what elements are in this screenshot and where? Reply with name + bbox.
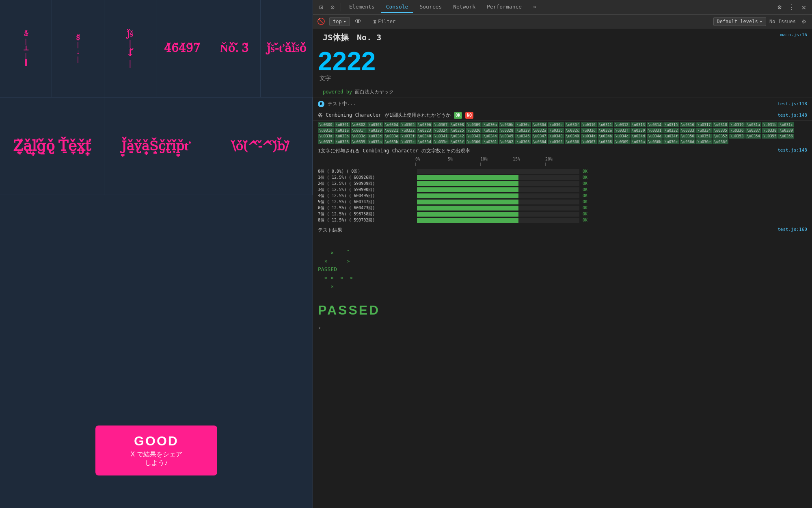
issues-settings-icon[interactable]: ⚙ <box>799 17 809 26</box>
unicode-cell: \u0359 <box>351 139 367 144</box>
unicode-cell: \u032a <box>532 128 548 133</box>
bar-ok-label: OK <box>583 175 587 180</box>
test-result-row: テスト結果 test.js:160 <box>313 225 812 235</box>
unicode-cell: \u0361 <box>482 139 498 144</box>
filter-input[interactable] <box>399 19 710 24</box>
console-entry-title: JS体操 No. 3 main.js:16 <box>313 30 812 45</box>
unicode-cell: \u0345 <box>499 134 515 139</box>
test-result-ref[interactable]: test.js:160 <box>777 227 807 234</box>
unicode-cell: \u0366 <box>565 139 581 144</box>
unicode-cell: \u0364 <box>532 139 548 144</box>
zalgo-jstaiso: ǰš-̌ťǎǐšǒ <box>267 42 306 55</box>
unicode-cell: \u0336 <box>729 128 745 133</box>
tab-network[interactable]: Network <box>448 1 480 13</box>
powered-company: 面白法人カヤック <box>355 89 394 95</box>
unicode-cell: \u0302 <box>351 122 367 127</box>
bar-fill <box>417 193 518 198</box>
clear-console-icon[interactable]: 🚫 <box>316 17 326 26</box>
eye-icon[interactable]: 👁 <box>353 17 363 26</box>
unicode-cell: \u034d <box>631 134 646 139</box>
unicode-cell: \u0325 <box>449 128 465 133</box>
combining-label: 各 Combining Character が1回以上使用されたかどうか <box>318 112 451 119</box>
tab-performance[interactable]: Performance <box>482 1 527 13</box>
unicode-cell: \u0313 <box>631 122 646 127</box>
unicode-cell: \u033d <box>367 134 383 139</box>
char-dist-header: 1文字に付与される Combining Character の文字数とその出現率… <box>313 146 812 155</box>
toolbar-separator <box>341 3 341 11</box>
passed-text: PASSED <box>318 303 807 318</box>
close-devtools-icon[interactable]: ✕ <box>799 2 809 12</box>
bar-ok-label: OK <box>583 212 587 216</box>
bar-label: 4個 ( 12.5%) ( 600495回) <box>318 193 415 199</box>
console-title: JS体操 No. 3 <box>318 32 777 43</box>
bar-label: 8個 ( 12.5%) ( 599702回) <box>318 217 415 223</box>
test-js-148-ref-2[interactable]: test.js:148 <box>777 148 807 154</box>
devtools-panel: ⊡ ⊘ Elements Console Sources Network Per… <box>313 0 812 508</box>
test-js-118-ref[interactable]: test.js:118 <box>777 101 807 107</box>
unicode-cell: \u031c <box>778 122 794 127</box>
good-button[interactable]: GOOD X で結果をシェアしよう♪ <box>95 426 217 475</box>
filter-icon: ⧗ <box>373 19 376 24</box>
unicode-cell: \u0314 <box>647 122 663 127</box>
passed-art: × ˇ × > PASSED < × × > × <box>318 240 807 300</box>
unicode-cell: \u032d <box>581 128 597 133</box>
main-js-ref[interactable]: main.js:16 <box>780 32 807 38</box>
tab-sources[interactable]: Sources <box>415 1 447 13</box>
unicode-cell: \u032e <box>598 128 613 133</box>
zalgo-number: 4̌6̌4̌9̌7̌ <box>164 42 200 55</box>
unicode-cell: \u0346 <box>515 134 531 139</box>
unicode-cell: \u035a <box>367 139 383 144</box>
unicode-cell: \u0331 <box>647 128 663 133</box>
zalgo-js: ǰš|↓̌| <box>126 29 134 68</box>
unicode-cell: \u035e <box>433 139 449 144</box>
unicode-cell: \u0339 <box>778 128 794 133</box>
chevron-down-icon: ▾ <box>343 19 346 24</box>
tab-console[interactable]: Console <box>381 1 413 13</box>
console-separator <box>368 17 368 26</box>
default-levels-label: Default levels <box>717 19 758 24</box>
unicode-cell: \u0310 <box>581 122 597 127</box>
char-dist-label: 1文字に付与される Combining Character の文字数とその出現率 <box>318 148 470 154</box>
unicode-cell: \u0308 <box>449 122 465 127</box>
default-levels-dropdown[interactable]: Default levels ▾ <box>713 17 766 26</box>
unicode-cell: \u0337 <box>745 128 761 133</box>
zalgo-javascript-cell: J̞̌ǎ̠v̢̌ǎ̟Š̝č̡ř̢ị̌p̞̌ť <box>121 135 191 158</box>
top-frame-selector[interactable]: top ▾ <box>329 17 350 26</box>
unicode-cell: \u0351 <box>696 134 712 139</box>
unicode-cell: \u0301 <box>335 122 350 127</box>
axis-5: 5% <box>448 157 453 161</box>
unicode-cell: \u0343 <box>466 134 482 139</box>
top-grid: ǎ̛̌|⊥|‖ $̌|↓| ǰš|↓̌| 4̌6̌4̌9̌7̌ Ňǒ.… <box>0 0 313 98</box>
unicode-cell: \u035d <box>417 139 432 144</box>
passed-section: × ˇ × > PASSED < × × > × PASSED <box>313 235 812 323</box>
bar-row: 8個 ( 12.5%) ( 599702回)OK <box>318 217 807 223</box>
unicode-cell: \u031d <box>318 128 334 133</box>
unicode-cell: \u0367 <box>581 139 597 144</box>
unicode-cell: \u0323 <box>417 128 432 133</box>
unicode-cell: \u0350 <box>680 134 695 139</box>
unicode-cell: \u033c <box>351 134 367 139</box>
unicode-cell: \u035b <box>384 139 400 144</box>
bar-label: 3個 ( 12.5%) ( 599990回) <box>318 187 415 193</box>
unicode-cell: \u033b <box>335 134 350 139</box>
tab-more[interactable]: » <box>528 1 541 13</box>
unicode-cell: \u031f <box>351 128 367 133</box>
unicode-cell: \u036f <box>713 139 728 144</box>
filter-button[interactable]: ⧗ Filter <box>373 19 395 24</box>
unicode-cell: \u035f <box>449 139 465 144</box>
devtools-toggle-icon[interactable]: ⊡ <box>316 2 326 12</box>
devtools-inspect-icon[interactable]: ⊘ <box>328 2 337 12</box>
bar-fill <box>417 175 518 180</box>
more-options-icon[interactable]: ⋮ <box>787 2 797 12</box>
bottom-grid: Ẓ̞̌ǎ̢ľ̟ǧ̝ǒ̢ Ť̠ě̞x̡̌ť̟ J̞̌ǎ̠v̢̌a… <box>0 98 313 195</box>
unicode-cell: \u0315 <box>663 122 679 127</box>
bar-row: 3個 ( 12.5%) ( 599990回)OK <box>318 187 807 193</box>
zalgo-text-cell: Ẓ̞̌ǎ̢ľ̟ǧ̝ǒ̢ Ť̠ě̞x̡̌ť̟ <box>13 133 91 159</box>
console-entry-powered: powered by 面白法人カヤック <box>313 86 812 98</box>
bar-ok-label: OK <box>583 193 587 198</box>
bar-ok-label: OK <box>583 169 587 174</box>
settings-icon[interactable]: ⚙ <box>775 2 784 12</box>
tab-elements[interactable]: Elements <box>344 1 380 13</box>
unicode-cell: \u0348 <box>548 134 564 139</box>
test-js-148-ref-1[interactable]: test.js:148 <box>777 112 807 118</box>
